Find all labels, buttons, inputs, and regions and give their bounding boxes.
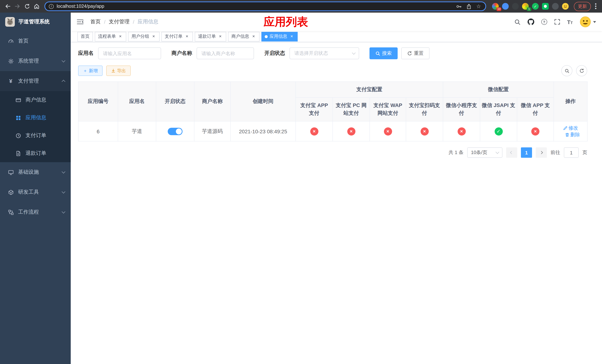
export-button[interactable]: 导出: [106, 65, 131, 76]
sidebar-item-label: 支付管理: [18, 78, 39, 85]
refresh-table-button[interactable]: [576, 65, 587, 76]
sidebar-item-devtools[interactable]: 研发工具: [0, 182, 71, 202]
toggle-search-button[interactable]: [561, 65, 572, 76]
chevron-down-icon: [62, 59, 65, 62]
breadcrumb-separator: /: [133, 19, 134, 25]
user-menu[interactable]: [580, 16, 596, 27]
close-icon[interactable]: ×: [251, 34, 256, 39]
breadcrumb-home[interactable]: 首页: [90, 19, 101, 25]
col-app-id: 应用编号: [78, 82, 118, 121]
tab-refund-order[interactable]: 退款订单 ×: [195, 32, 226, 41]
sidebar-item-label: 研发工具: [18, 189, 39, 195]
breadcrumb-payment[interactable]: 支付管理: [109, 19, 129, 25]
reload-icon[interactable]: [22, 1, 32, 11]
page-size-select[interactable]: 10条/页: [467, 147, 502, 158]
app-frame: 芋道管理系统 首页 系统管理 ¥: [0, 13, 602, 364]
status-circle-icon: ×: [310, 127, 318, 135]
status-select[interactable]: 请选择开启状态: [290, 47, 359, 59]
close-icon[interactable]: ×: [289, 34, 294, 39]
col-created: 创建时间: [230, 82, 296, 121]
delete-link[interactable]: 删除: [565, 131, 580, 138]
tab-process-form[interactable]: 流程表单 ×: [95, 32, 126, 41]
add-button[interactable]: ＋ 新增: [78, 65, 103, 76]
search-icon: [564, 68, 569, 73]
goto-label: 前往: [550, 149, 560, 156]
chevron-up-icon: [62, 80, 65, 84]
reset-button[interactable]: 重置: [401, 47, 430, 59]
profile-avatar[interactable]: [562, 3, 569, 10]
extension-badge: 1: [527, 7, 531, 11]
app-logo[interactable]: 芋道管理系统: [0, 13, 71, 31]
prev-page-button[interactable]: [506, 147, 517, 158]
password-key-icon[interactable]: [456, 3, 462, 9]
browser-update-button[interactable]: 更新: [574, 2, 591, 11]
user-avatar: [580, 16, 591, 27]
url-text[interactable]: localhost:1024/pay/app: [57, 4, 454, 9]
sidebar-item-home[interactable]: 首页: [0, 31, 71, 51]
trash-icon: [565, 132, 569, 137]
cell-actions: 修改 删除: [554, 121, 587, 141]
merchant-name-input[interactable]: [197, 47, 254, 59]
app-name-input[interactable]: [98, 47, 161, 59]
tab-label: 流程表单: [98, 33, 116, 40]
sidebar-item-system[interactable]: 系统管理: [0, 51, 71, 71]
bookmark-star-icon[interactable]: ☆: [476, 3, 481, 9]
active-dot: [265, 35, 268, 38]
cell-wechat-lite: ×: [443, 121, 480, 141]
chevron-down-icon: [593, 21, 596, 23]
sidebar-item-merchant-info[interactable]: 商户信息: [0, 91, 71, 109]
site-info-icon[interactable]: i: [49, 4, 54, 9]
next-page-button[interactable]: [536, 147, 547, 158]
sidebar-item-workflow[interactable]: 工作流程: [0, 202, 71, 222]
close-icon[interactable]: ×: [218, 34, 223, 39]
sidebar-fold-icon[interactable]: [77, 19, 84, 25]
add-button-label: 新增: [89, 68, 98, 74]
sidebar-item-infrastructure[interactable]: 基础设施: [0, 162, 71, 182]
home-icon[interactable]: [32, 1, 42, 11]
document-icon: [15, 150, 22, 156]
address-bar[interactable]: i localhost:1024/pay/app ☆: [44, 1, 486, 11]
extension-icon-6[interactable]: [542, 3, 549, 10]
close-icon[interactable]: ×: [118, 34, 123, 39]
extension-icon-1[interactable]: 10: [492, 3, 499, 10]
extension-icon-3[interactable]: [512, 3, 519, 10]
github-icon[interactable]: [527, 19, 534, 25]
share-icon[interactable]: [466, 3, 472, 9]
status-toggle[interactable]: [168, 128, 183, 135]
sidebar-item-payment[interactable]: ¥ 支付管理: [0, 71, 71, 91]
browser-menu-icon[interactable]: •••: [594, 3, 598, 10]
chevron-down-icon: [495, 150, 499, 154]
extension-icon-2[interactable]: [502, 3, 509, 10]
sidebar-item-pay-order[interactable]: 支付订单: [0, 127, 71, 144]
extension-icon-5[interactable]: ✓: [532, 3, 539, 10]
browser-window: i localhost:1024/pay/app ☆ 10 1 ✓: [0, 0, 602, 364]
close-icon[interactable]: ×: [184, 34, 190, 39]
extension-icon-7[interactable]: [552, 3, 559, 10]
goto-page-input[interactable]: [564, 147, 579, 158]
extension-icon-4[interactable]: 1: [522, 3, 529, 10]
tab-user-group[interactable]: 用户分组 ×: [128, 32, 160, 41]
help-icon[interactable]: ?: [541, 19, 547, 25]
search-button[interactable]: 搜索: [369, 47, 398, 59]
sidebar-item-refund-order[interactable]: 退款订单: [0, 144, 71, 162]
forward-icon[interactable]: [13, 1, 22, 11]
fullscreen-icon[interactable]: [554, 19, 560, 25]
tab-app-info[interactable]: 应用信息 ×: [261, 32, 298, 41]
edit-link-label: 修改: [569, 125, 578, 131]
tab-merchant-info[interactable]: 商户信息 ×: [228, 32, 259, 41]
table-toolbar: ＋ 新增 导出: [78, 65, 587, 76]
sidebar-item-app-info[interactable]: 应用信息: [0, 109, 71, 127]
search-icon[interactable]: [514, 19, 520, 25]
font-size-icon[interactable]: TT: [567, 19, 573, 25]
sidebar-item-label: 支付订单: [26, 132, 46, 139]
edit-link[interactable]: 修改: [563, 125, 578, 131]
page-number-button[interactable]: 1: [521, 147, 532, 158]
close-icon[interactable]: ×: [151, 34, 156, 39]
app-table: 应用编号 应用名 开启状态 商户名称 创建时间 支付宝配置 微信配置 操作 支付…: [78, 81, 588, 141]
back-icon[interactable]: [3, 1, 13, 11]
edit-pencil-icon: [563, 126, 567, 130]
tab-home[interactable]: 首页: [77, 32, 93, 41]
tab-label: 支付订单: [165, 33, 183, 40]
tab-label: 首页: [81, 33, 90, 40]
tab-pay-order[interactable]: 支付订单 ×: [161, 32, 193, 41]
